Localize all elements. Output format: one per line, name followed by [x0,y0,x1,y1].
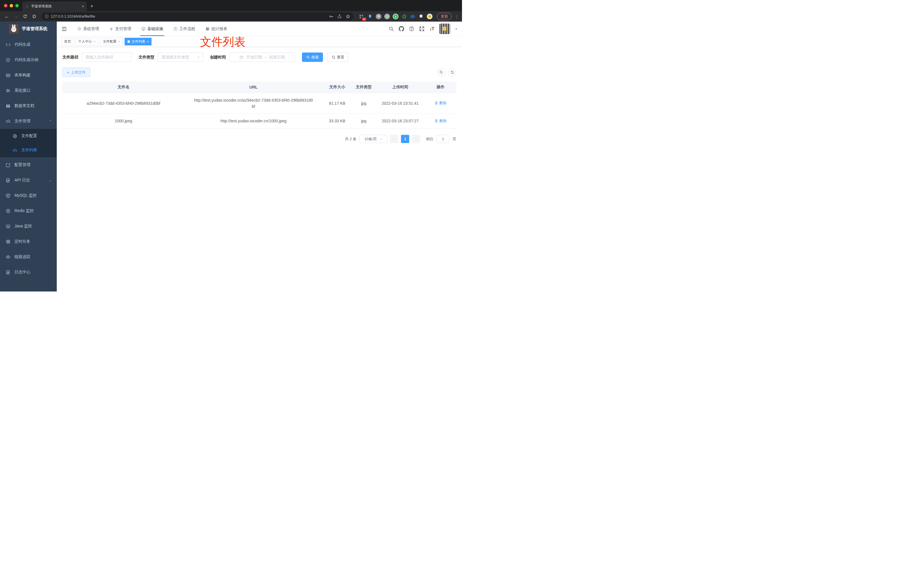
trash-icon [434,119,438,122]
date-range-input[interactable]: 开始日期 - 结束日期 [229,53,295,62]
browser-update-button[interactable]: 更新 [437,13,452,20]
log-center-icon [6,270,10,275]
menu-payment-management[interactable]: ¥ 支付管理 [104,21,136,36]
y-extension-icon[interactable]: y [393,13,398,19]
browser-menu-icon[interactable]: ⋮ [455,14,459,19]
password-key-icon[interactable] [329,14,333,19]
end-date-placeholder[interactable]: 结束日期 [269,55,285,60]
site-info-icon[interactable]: i [45,15,48,18]
url-bar[interactable]: i 127.0.0.1:1024/infra/file/file [41,13,353,20]
tag-home[interactable]: 首页 [61,38,74,45]
timer-icon [6,239,10,244]
start-date-placeholder[interactable]: 开始日期 [246,55,262,60]
chevron-down-icon: ⌄ [50,179,52,182]
github-icon[interactable] [399,26,404,31]
cloud-upload-icon [13,148,17,153]
close-icon[interactable]: × [147,40,149,43]
sidebar-item-db-doc[interactable]: 数据库文档 [0,98,57,114]
sidebar-item-api-log[interactable]: API 日志 ⌄ [0,173,57,188]
sidebar-item-log-center[interactable]: 日志中心 [0,264,57,280]
share-icon[interactable] [337,14,342,18]
file-path-input[interactable]: 请输入文件路径 [82,53,132,62]
sidebar-item-file-list[interactable]: 文件列表 [0,143,57,157]
close-window-button[interactable] [4,4,7,7]
refresh-table-button[interactable] [448,68,456,76]
sidebar-item-java-monitor[interactable]: Java 监控 [0,218,57,234]
sidebar-logo-row[interactable]: 芋道管理系统 [0,21,57,36]
star-extension-icon[interactable] [401,13,407,19]
extension-badge: 11 [362,18,366,21]
sidebar-toggle-icon[interactable] [61,26,67,32]
upload-file-button[interactable]: + 上传文件 [63,68,90,77]
cell-url: http://test.yudao.iocoder.cn/a294ecb2-73… [185,93,322,114]
tag-file-list[interactable]: 文件列表 × [125,38,152,45]
active-dot [127,40,130,43]
file-type-select[interactable]: 请选择文件类型 ∨ [158,53,203,62]
cell-url: http://test.yudao.iocoder.cn/1000.jpeg [185,114,322,129]
avatar-caret-icon[interactable]: ▼ [455,28,457,30]
toggle-search-button[interactable] [437,68,445,76]
sliders-icon [6,88,10,93]
col-type: 文件类型 [352,81,375,93]
sidebar-item-scheduled-tasks[interactable]: 定时任务 [0,234,57,249]
chevron-down-icon: ∨ [197,55,200,59]
new-tab-button[interactable]: + [90,3,93,9]
maximize-window-button[interactable] [15,4,19,7]
page-size-select[interactable]: 10条/页 ∨ [359,135,387,143]
url-text[interactable]: 127.0.0.1:1024/infra/file/file [51,14,327,18]
font-size-icon[interactable]: TT [429,26,435,31]
mysql-monitor-icon [6,193,10,198]
sidebar-item-code-generation[interactable]: 代码生成 [0,37,57,52]
sidebar-item-code-example[interactable]: 代码生成示例 [0,52,57,68]
reset-button[interactable]: 重置 [327,53,348,62]
current-page[interactable]: 1 [401,135,409,143]
table-header-row: 文件名 URL 文件大小 文件类型 上传时间 操作 [63,81,456,93]
balloon-extension-icon[interactable] [367,13,373,19]
infrastructure-icon [141,27,145,31]
sidebar-item-form-builder[interactable]: 表单构建 [0,68,57,83]
back-icon[interactable]: ← [3,13,11,20]
dot-extension-icon[interactable] [384,13,390,19]
minimize-window-button[interactable] [10,4,13,7]
prev-page-button[interactable]: ‹ [390,135,398,143]
avatar[interactable] [440,23,450,34]
menu-workflow[interactable]: 工作流程 [168,21,200,36]
goto-page-input[interactable]: 1 [437,135,449,143]
command-extension-icon[interactable]: ⌘ [376,13,381,19]
menu-infrastructure[interactable]: 基础设施 [136,21,168,36]
search-button[interactable]: 搜索 [302,53,323,62]
delete-button[interactable]: 删除 [434,100,446,106]
sidebar-item-file-config[interactable]: 文件配置 [0,129,57,143]
eye-icon [6,254,10,259]
menu-statistics-report[interactable]: 统计报表 [200,21,233,36]
next-page-button[interactable]: › [412,135,420,143]
file-submenu: 文件配置 文件列表 [0,129,57,157]
puzzle-extension-icon[interactable] [418,13,424,19]
forward-icon[interactable]: → [12,13,20,20]
tag-profile[interactable]: 个人中心 × [76,38,98,45]
tab-close-icon[interactable]: × [82,4,84,8]
menu-system-management[interactable]: 系统管理 [72,21,104,36]
eye-extension-icon[interactable] [410,13,416,19]
extension-grid-icon[interactable]: 11 [359,13,365,19]
sidebar-item-trace[interactable]: 链路追踪 [0,249,57,264]
shield-check-icon [6,58,10,63]
delete-button[interactable]: 删除 [434,118,446,124]
sidebar-item-config-management[interactable]: 配置管理 [0,157,57,173]
browser-tab[interactable]: 芋道管理系统 × [22,2,87,11]
sidebar-item-mysql-monitor[interactable]: MySQL 监控 [0,188,57,203]
help-icon[interactable] [409,26,414,31]
sidebar-item-file-management[interactable]: 文件管理 ⌃ [0,114,57,129]
sidebar-item-system-api[interactable]: 系统接口 [0,83,57,98]
close-icon[interactable]: × [94,40,95,43]
search-icon[interactable] [388,26,394,31]
bookmark-star-icon[interactable] [346,14,350,19]
home-icon[interactable] [30,13,38,20]
screen: 芋道管理系统 × + ← → i 127.0.0.1:1024/infra/fi… [0,0,462,292]
fullscreen-icon[interactable] [419,26,424,31]
sidebar-item-redis-monitor[interactable]: Redis 监控 [0,203,57,218]
emoji-extension-icon[interactable] [427,13,432,19]
tag-file-config[interactable]: 文件配置 × [100,38,122,45]
reload-icon[interactable] [21,13,29,20]
close-icon[interactable]: × [118,40,120,43]
